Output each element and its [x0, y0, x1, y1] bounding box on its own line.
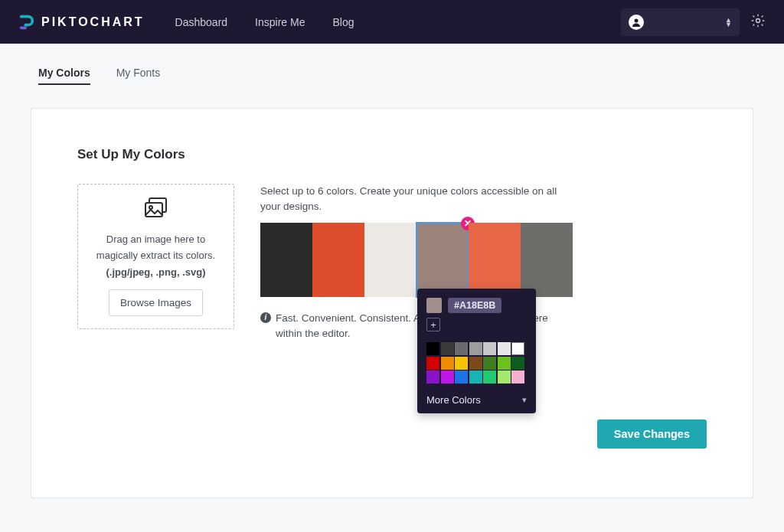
color-swatch[interactable]	[260, 223, 312, 297]
image-icon	[143, 197, 169, 224]
dropzone-line1: Drag an image here to	[106, 232, 205, 247]
dropzone-line2: magically extract its colors.	[96, 248, 215, 263]
topbar-right: ▲▼	[621, 8, 766, 36]
palette-color[interactable]	[426, 370, 439, 383]
logo-icon	[18, 14, 35, 31]
topbar: PIKTOCHART Dashboard Inspire Me Blog ▲▼	[0, 0, 784, 44]
palette-color[interactable]	[483, 342, 496, 355]
logo[interactable]: PIKTOCHART	[18, 14, 145, 31]
palette-color[interactable]	[426, 357, 439, 370]
picker-preview-swatch	[426, 298, 442, 313]
more-colors-label: More Colors	[426, 394, 481, 406]
more-colors-toggle[interactable]: More Colors ▾	[426, 393, 527, 406]
color-swatch[interactable]	[312, 223, 364, 297]
gear-icon[interactable]	[750, 13, 766, 31]
dropzone-formats: (.jpg/jpeg, .png, .svg)	[106, 265, 206, 280]
palette-color[interactable]	[469, 357, 482, 370]
page-title: Set Up My Colors	[77, 147, 707, 162]
color-swatch[interactable]	[469, 223, 521, 297]
nav-blog[interactable]: Blog	[332, 16, 354, 28]
nav-dashboard[interactable]: Dashboard	[175, 16, 228, 28]
color-picker-popover: #A18E8B + More Colors ▾	[417, 289, 536, 413]
avatar	[629, 15, 644, 30]
chevron-down-icon: ▾	[522, 395, 527, 405]
columns: Drag an image here to magically extract …	[77, 184, 707, 342]
picker-add-button[interactable]: +	[426, 318, 440, 331]
palette-color[interactable]	[498, 342, 511, 355]
color-swatch[interactable]: ✕	[416, 223, 469, 297]
palette-color[interactable]	[441, 370, 454, 383]
palette-color[interactable]	[511, 342, 524, 355]
browse-images-button[interactable]: Browse Images	[109, 289, 203, 316]
palette-color[interactable]	[511, 357, 524, 370]
palette-color[interactable]	[455, 357, 468, 370]
top-nav: Dashboard Inspire Me Blog	[175, 16, 354, 28]
palette-color[interactable]	[441, 342, 454, 355]
color-swatch[interactable]	[364, 223, 416, 297]
palette-color[interactable]	[498, 370, 511, 383]
palette-color[interactable]	[455, 370, 468, 383]
palette-color[interactable]	[469, 370, 482, 383]
image-dropzone[interactable]: Drag an image here to magically extract …	[77, 184, 234, 329]
palette-color[interactable]	[455, 342, 468, 355]
tab-my-colors[interactable]: My Colors	[38, 67, 90, 85]
user-menu[interactable]: ▲▼	[621, 8, 740, 36]
palette-color[interactable]	[483, 370, 496, 383]
nav-inspire-me[interactable]: Inspire Me	[255, 16, 305, 28]
svg-point-1	[756, 18, 760, 22]
tab-my-fonts[interactable]: My Fonts	[116, 67, 161, 85]
chevron-updown-icon: ▲▼	[725, 18, 732, 27]
save-changes-button[interactable]: Save Changes	[597, 419, 707, 449]
palette-color[interactable]	[441, 357, 454, 370]
instructions: Select up to 6 colors. Create your uniqu…	[260, 184, 567, 215]
logo-text: PIKTOCHART	[41, 15, 145, 29]
palette-color[interactable]	[469, 342, 482, 355]
picker-header: #A18E8B	[426, 298, 527, 313]
palette-color[interactable]	[483, 357, 496, 370]
palette-color[interactable]	[426, 342, 439, 355]
palette-color[interactable]	[498, 357, 511, 370]
palette-grid	[426, 342, 527, 383]
tab-bar: My Colors My Fonts	[31, 59, 753, 93]
picker-hex-input[interactable]: #A18E8B	[448, 298, 501, 313]
topbar-left: PIKTOCHART Dashboard Inspire Me Blog	[18, 14, 354, 31]
content: My Colors My Fonts Set Up My Colors Drag…	[0, 44, 784, 514]
svg-point-0	[635, 18, 639, 22]
svg-rect-3	[145, 203, 162, 217]
info-icon: i	[260, 312, 271, 323]
palette-color[interactable]	[511, 370, 524, 383]
panel: Set Up My Colors Drag an image here to m…	[31, 108, 753, 498]
color-swatch[interactable]	[521, 223, 573, 297]
swatch-row: ✕	[260, 223, 707, 297]
